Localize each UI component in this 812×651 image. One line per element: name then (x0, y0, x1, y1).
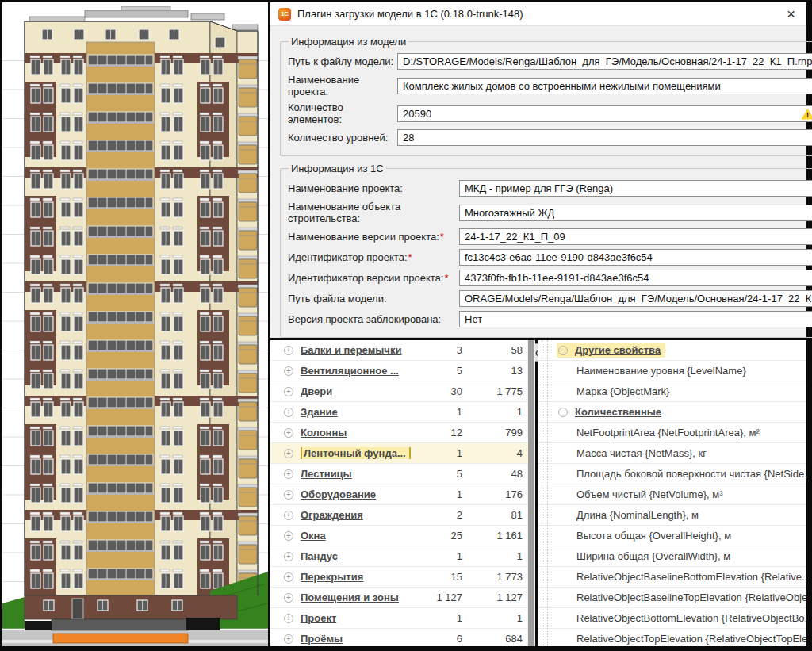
collapse-icon[interactable]: − (558, 408, 568, 417)
property-row[interactable]: Длина {NominalLength}, м (538, 505, 806, 526)
tree-guide-line (547, 340, 548, 646)
scrollbar-thumb[interactable] (528, 340, 534, 646)
table-row[interactable]: + Балки и перемычки 3 58 (270, 340, 535, 361)
element-category-link[interactable]: Ленточный фунда... (301, 447, 418, 459)
table-row[interactable]: + Лестницы 5 48 (270, 464, 535, 484)
warning-icon: ! (802, 109, 812, 120)
table-row[interactable]: + Двери 30 1 775 (270, 381, 535, 402)
property-row[interactable]: Масса чистая {NetMass}, кг (538, 443, 806, 464)
property-row[interactable]: Наименование уровня {LevelName} (538, 361, 806, 381)
expand-icon[interactable]: + (284, 593, 293, 603)
form-row: Наименование объекта строительства: Мног… (288, 201, 812, 224)
expand-icon[interactable]: + (284, 449, 293, 458)
property-row[interactable]: Объем чистый {NetVolume}, м³ (538, 484, 806, 505)
property-row[interactable]: RelativeObjectBottomElevation {RelativeO… (538, 608, 806, 629)
field-input[interactable]: ORAGE/Models/Renga/Шаблон_для_ГЭ/Модель/… (459, 290, 812, 307)
field-label: Наименование объекта строительства: (288, 201, 459, 224)
model-info-group: Информация из модели Путь к файлу модели… (280, 36, 812, 156)
property-label: Площадь боковой поверхности чистая {NetS… (576, 468, 806, 480)
field-input[interactable]: fc13c4c3-e6ac-11ee-9190-d843ae3f6c54 (459, 249, 812, 266)
field-input[interactable]: 28 (397, 129, 812, 146)
table-row[interactable]: + Проект 1 1 (270, 608, 535, 629)
property-label-wrap: RelativeObjectBottomElevation {RelativeO… (575, 611, 806, 626)
expand-icon[interactable]: + (284, 634, 293, 644)
expand-icon[interactable]: + (284, 511, 293, 520)
type-count: 3 (418, 344, 462, 356)
element-category-link[interactable]: Балки и перемычки (301, 344, 418, 356)
property-row[interactable]: − Количественные (538, 402, 806, 423)
property-row[interactable]: NetFootprintArea {NetFootprintArea}, м² (538, 423, 806, 443)
element-category-link[interactable]: Лестницы (301, 468, 418, 480)
type-count: 1 (418, 406, 462, 418)
field-input[interactable]: 20590 ! (397, 105, 812, 122)
field-label: Идентификатор проекта:* (288, 251, 459, 263)
table-row[interactable]: + Колонны 12 799 (270, 423, 535, 443)
form-row: Путь к файлу модели: D:/STORAGE/Models/R… (288, 53, 812, 70)
element-category-link[interactable]: Окна (301, 530, 418, 542)
table-row[interactable]: + Оборудование 1 176 (270, 484, 535, 505)
element-category-link[interactable]: Здание (301, 406, 418, 418)
property-row[interactable]: RelativeObjectBaselineBottomElevation {R… (538, 567, 806, 588)
element-category-link[interactable]: Перекрытия (301, 571, 418, 583)
vertical-scrollbar[interactable] (527, 340, 535, 646)
expand-icon[interactable]: + (284, 490, 293, 500)
1c-app-icon: 1С (278, 8, 291, 21)
table-row[interactable]: + Ленточный фунда... 1 4 (270, 443, 535, 464)
expand-icon[interactable]: + (284, 552, 293, 561)
property-label-wrap: Высота общая {OverallHeight}, м (575, 528, 736, 543)
expand-icon[interactable]: + (284, 572, 293, 582)
field-input[interactable]: 24-1-17_22_К1_П_09 (459, 228, 812, 245)
expand-icon[interactable]: + (284, 531, 293, 541)
required-mark: * (440, 231, 444, 243)
field-input[interactable]: 4373f0fb-fb1b-11ee-9191-d843ae3f6c54 (459, 270, 812, 286)
table-row[interactable]: + Здание 1 1 (270, 402, 535, 423)
properties-panel: − Другие свойства Наименование уровня {L… (538, 340, 806, 646)
property-row[interactable]: RelativeObjectTopElevation {RelativeObje… (538, 629, 806, 646)
table-row[interactable]: + Перекрытия 15 1 773 (270, 567, 535, 588)
onec-info-legend: Информация из 1С (289, 163, 386, 174)
property-row[interactable]: Высота общая {OverallHeight}, м (538, 526, 806, 546)
expand-icon[interactable]: + (284, 614, 293, 623)
field-input[interactable]: Нет (459, 311, 812, 327)
property-row[interactable]: − Другие свойства (538, 340, 806, 361)
expand-icon[interactable]: + (284, 428, 293, 438)
element-category-link[interactable]: Пандус (301, 550, 418, 562)
expand-icon[interactable]: + (284, 408, 293, 417)
table-row[interactable]: + Помещения и зоны 1 127 1 127 (270, 588, 535, 608)
element-category-link[interactable]: Вентиляционное ... (301, 365, 418, 377)
element-category-link[interactable]: Проект (301, 612, 418, 624)
expand-icon[interactable]: + (284, 387, 293, 396)
property-label: RelativeObjectBaselineBottomElevation {R… (576, 571, 806, 583)
element-category-link[interactable]: Колонны (301, 427, 418, 438)
table-row[interactable]: + Вентиляционное ... 5 13 (270, 361, 535, 381)
form-row: Идентификатор версии проекта:* 4373f0fb-… (288, 270, 812, 286)
element-category-link[interactable]: Оборудование (301, 488, 418, 500)
field-input[interactable]: Многоэтажный ЖД (459, 205, 812, 221)
element-category-link[interactable]: Двери (301, 385, 418, 397)
instance-count: 48 (462, 468, 523, 480)
element-category-link[interactable]: Проёмы (301, 633, 418, 645)
form-row: Наименование версии проекта:* 24-1-17_22… (288, 228, 812, 245)
table-row[interactable]: + Пандус 1 1 (270, 546, 535, 567)
field-input[interactable]: МКД - пример для ГГЭ (Renga) (459, 180, 812, 197)
element-category-link[interactable]: Ограждения (301, 509, 418, 521)
property-row[interactable]: Ширина общая {OverallWidth}, м (538, 546, 806, 567)
table-row[interactable]: + Проёмы 6 684 (270, 629, 535, 646)
field-input[interactable]: D:/STORAGE/Models/Renga/Шаблон_для_ГЭ/Мо… (397, 53, 812, 70)
property-row[interactable]: Площадь боковой поверхности чистая {NetS… (538, 464, 806, 484)
field-label: Наименование версии проекта:* (288, 231, 459, 243)
close-icon[interactable]: × (783, 6, 799, 21)
expand-icon[interactable]: + (284, 366, 293, 376)
property-row[interactable]: RelativeObjectBaselineTopElevation {Rela… (538, 588, 806, 608)
table-row[interactable]: + Окна 25 1 161 (270, 526, 535, 546)
property-row[interactable]: Марка {ObjectMark} (538, 381, 806, 402)
form-row: Идентификатор проекта:* fc13c4c3-e6ac-11… (288, 249, 812, 266)
expand-icon[interactable]: + (284, 469, 293, 479)
expand-icon[interactable]: + (284, 346, 293, 355)
collapse-icon[interactable]: − (558, 346, 568, 355)
element-category-link[interactable]: Помещения и зоны (301, 592, 418, 603)
table-row[interactable]: + Ограждения 2 81 (270, 505, 535, 526)
field-input[interactable]: Комплекс жилых домов со встроенными нежи… (397, 78, 812, 94)
type-count: 1 (418, 488, 462, 500)
form-row: Версия проекта заблокирована: Нет (288, 311, 812, 327)
